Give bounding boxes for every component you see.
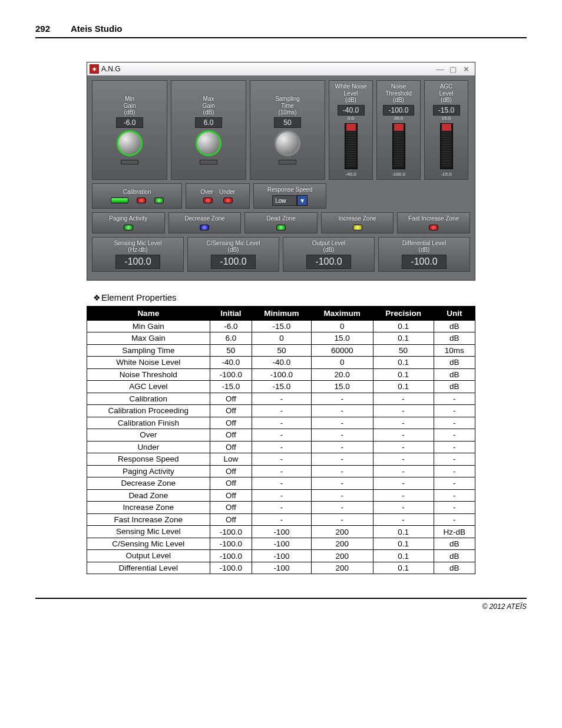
table-cell: - bbox=[252, 417, 312, 429]
agc-panel: AGC Level (dB) -15.0 15.0 -15.0 bbox=[424, 80, 468, 180]
diff-level-value: -100.0 bbox=[402, 255, 446, 269]
table-cell: - bbox=[311, 513, 373, 526]
table-cell: Off bbox=[210, 465, 252, 477]
response-dropdown[interactable]: Low ▼ bbox=[272, 195, 308, 206]
table-cell: - bbox=[373, 441, 434, 453]
decrease-zone-led bbox=[200, 225, 209, 230]
window-title: A.N.G bbox=[101, 65, 121, 73]
table-cell: 200 bbox=[311, 550, 373, 562]
over-label: Over bbox=[200, 189, 213, 196]
table-row: Max Gain6.0015.00.1dB bbox=[87, 332, 475, 345]
titlebar[interactable]: ✶ A.N.G — ▢ ✕ bbox=[87, 62, 475, 75]
table-cell: -100.0 bbox=[210, 562, 252, 574]
output-level-label: Output Level (dB) bbox=[312, 240, 346, 253]
sampling-value[interactable]: 50 bbox=[274, 117, 301, 128]
table-cell: -100 bbox=[252, 562, 312, 574]
sampling-knob[interactable] bbox=[275, 130, 300, 156]
table-cell: Off bbox=[210, 513, 252, 526]
dead-zone-panel: Dead Zone bbox=[244, 212, 318, 233]
white-noise-meter[interactable] bbox=[345, 123, 358, 169]
table-cell: dB bbox=[434, 562, 475, 574]
table-cell: - bbox=[311, 393, 373, 405]
table-cell: dB bbox=[434, 538, 475, 550]
table-cell: - bbox=[252, 405, 312, 417]
table-cell: - bbox=[311, 502, 373, 514]
agc-value[interactable]: -15.0 bbox=[433, 105, 460, 116]
table-cell: Off bbox=[210, 405, 252, 417]
table-cell: - bbox=[434, 405, 475, 417]
table-cell: Min Gain bbox=[87, 320, 210, 332]
agc-top: 15.0 bbox=[442, 116, 451, 121]
table-cell: - bbox=[373, 453, 434, 466]
table-cell: White Noise Level bbox=[87, 357, 210, 369]
section-heading: ❖Element Properties bbox=[93, 292, 527, 302]
agc-label: AGC Level (dB) bbox=[439, 83, 454, 104]
table-cell: -100.0 bbox=[210, 538, 252, 550]
table-row: Dead ZoneOff---- bbox=[87, 489, 475, 502]
table-cell: - bbox=[434, 417, 475, 429]
table-cell: Hz-dB bbox=[434, 526, 475, 538]
table-cell: 15.0 bbox=[311, 381, 373, 393]
table-cell: -40.0 bbox=[210, 357, 252, 369]
table-row: Differential Level-100.0-1002000.1dB bbox=[87, 562, 475, 574]
table-cell: Dead Zone bbox=[87, 489, 210, 502]
minimize-button[interactable]: — bbox=[434, 64, 447, 74]
noise-threshold-meter[interactable] bbox=[392, 123, 405, 169]
table-header: Minimum bbox=[252, 306, 312, 320]
calibration-button[interactable] bbox=[111, 197, 128, 203]
table-cell: dB bbox=[434, 332, 475, 345]
table-cell: - bbox=[373, 417, 434, 429]
min-gain-slider[interactable] bbox=[121, 160, 138, 164]
table-cell: -6.0 bbox=[210, 320, 252, 332]
table-cell: 200 bbox=[311, 562, 373, 574]
white-noise-value[interactable]: -40.0 bbox=[338, 105, 365, 116]
increase-zone-label: Increase Zone bbox=[339, 215, 376, 222]
min-gain-knob[interactable] bbox=[117, 130, 143, 156]
table-cell: 0 bbox=[252, 332, 312, 345]
min-gain-value[interactable]: -6.0 bbox=[116, 117, 143, 128]
noise-threshold-label: Noise Threshold (dB) bbox=[385, 83, 411, 104]
agc-meter[interactable] bbox=[440, 123, 453, 169]
table-cell: -100 bbox=[252, 550, 312, 562]
table-cell: 200 bbox=[311, 538, 373, 550]
white-noise-bot: -40.0 bbox=[345, 172, 356, 177]
max-gain-panel: Max Gain (dB) 6.0 bbox=[171, 80, 246, 180]
table-cell: - bbox=[311, 465, 373, 477]
close-button[interactable]: ✕ bbox=[459, 64, 472, 74]
white-noise-panel: White Noise Level (dB) -40.0 0.0 -40.0 bbox=[329, 80, 373, 180]
table-cell: -100 bbox=[252, 526, 312, 538]
table-cell: -15.0 bbox=[252, 381, 312, 393]
table-cell: 0.1 bbox=[373, 562, 434, 574]
table-row: CalibrationOff---- bbox=[87, 393, 475, 405]
max-gain-slider[interactable] bbox=[200, 160, 217, 164]
table-cell: -100.0 bbox=[210, 550, 252, 562]
maximize-button[interactable]: ▢ bbox=[447, 64, 459, 74]
max-gain-value[interactable]: 6.0 bbox=[195, 117, 222, 128]
table-cell: Off bbox=[210, 489, 252, 502]
row-zones: Paging Activity Decrease Zone Dead Zone … bbox=[92, 212, 470, 233]
table-cell: - bbox=[311, 453, 373, 466]
noise-threshold-value[interactable]: -100.0 bbox=[383, 105, 414, 116]
table-cell: 6.0 bbox=[210, 332, 252, 345]
table-cell: -100.0 bbox=[210, 368, 252, 381]
increase-zone-led bbox=[353, 225, 362, 230]
table-cell: - bbox=[434, 513, 475, 526]
max-gain-knob[interactable] bbox=[196, 130, 222, 156]
table-cell: - bbox=[252, 465, 312, 477]
sampling-slider[interactable] bbox=[279, 160, 296, 164]
table-row: Calibration ProceedingOff---- bbox=[87, 405, 475, 417]
table-cell: 0 bbox=[311, 357, 373, 369]
white-noise-label: White Noise Level (dB) bbox=[335, 83, 367, 104]
response-value: Low bbox=[272, 195, 297, 206]
response-label: Response Speed bbox=[267, 186, 313, 193]
calibration-proceeding-led bbox=[137, 197, 146, 203]
table-cell: 0.1 bbox=[373, 550, 434, 562]
table-cell: -40.0 bbox=[252, 357, 312, 369]
table-row: Increase ZoneOff---- bbox=[87, 502, 475, 514]
table-cell: - bbox=[373, 502, 434, 514]
agc-bot: -15.0 bbox=[441, 172, 451, 177]
fast-increase-label: Fast Increase Zone bbox=[408, 215, 459, 222]
chevron-down-icon[interactable]: ▼ bbox=[297, 195, 308, 206]
noise-threshold-panel: Noise Threshold (dB) -100.0 20.0 -100.0 bbox=[376, 80, 421, 180]
table-cell: - bbox=[434, 393, 475, 405]
